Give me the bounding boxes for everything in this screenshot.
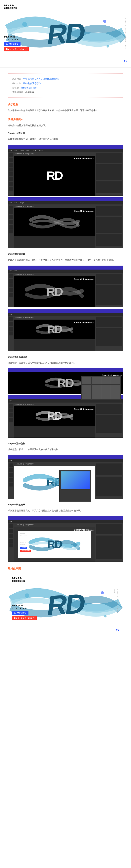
tool-icon[interactable] — [9, 463, 13, 467]
ps-panel[interactable] — [96, 415, 122, 433]
tool-icon[interactable] — [9, 187, 13, 191]
tool-icon[interactable] — [9, 327, 13, 331]
tool-icon[interactable] — [9, 524, 13, 528]
ps-tab[interactable]: untitled-1 @ 50% (RGB/8) — [14, 205, 95, 208]
tool-icon[interactable] — [9, 177, 13, 181]
menu-item[interactable]: File — [9, 520, 12, 523]
ps-tab[interactable]: untitled-1 @ 50% (RGB/8) — [14, 316, 95, 319]
color-picker[interactable] — [59, 470, 91, 502]
tool-icon[interactable] — [9, 418, 13, 422]
ps-layers-panel[interactable] — [96, 164, 122, 180]
ps-canvas[interactable]: RD BEARD CHICKEN DESIGN TUTORIAL & UISDC… — [14, 527, 95, 562]
menu-item[interactable]: Image — [20, 202, 24, 204]
tool-icon[interactable] — [9, 220, 13, 224]
ps-panel[interactable] — [96, 535, 122, 559]
ps-panel[interactable] — [96, 404, 122, 414]
tool-icon[interactable] — [9, 408, 13, 412]
menu-item[interactable]: Edit — [15, 202, 17, 204]
ps-tab[interactable]: untitled-1 @ 50% (RGB/8) — [14, 152, 95, 156]
ps-canvas[interactable]: BeardChicken bilibili — [14, 208, 95, 236]
color-swatch[interactable] — [61, 471, 89, 489]
ps-panel[interactable] — [96, 217, 122, 232]
ps-canvas[interactable]: RD BeardChicken bilibili — [14, 319, 95, 339]
menu-item[interactable]: Select — [38, 149, 43, 152]
ps-canvas[interactable]: RD BeardChicken bilibili — [14, 276, 95, 307]
wm-sub: bilibili — [117, 375, 122, 376]
hero-number: 01 — [124, 59, 127, 63]
tool-icon[interactable] — [9, 288, 13, 292]
menu-item[interactable]: File — [9, 149, 12, 152]
tool-icon[interactable] — [9, 215, 13, 219]
tool-icon[interactable] — [9, 182, 13, 186]
tool-icon[interactable] — [9, 332, 13, 336]
tool-icon[interactable] — [9, 529, 13, 533]
tool-icon[interactable] — [9, 158, 13, 162]
menu-item[interactable]: Edit — [15, 270, 17, 272]
tool-icon[interactable] — [9, 293, 13, 297]
meta-box: 教程作者：牛顿玛格丽（优设大课堂UI&软件讲师） 基础软件：用Ps制作液态字体 … — [8, 73, 123, 98]
ps-tab[interactable]: untitled-1 @ 50% (RGB/8) — [14, 403, 95, 406]
tool-icon[interactable] — [9, 544, 13, 548]
tool-icon[interactable] — [9, 210, 13, 214]
ps-toolbar — [8, 462, 14, 499]
menu-item[interactable]: Edit — [15, 149, 17, 152]
tool-icon[interactable] — [9, 317, 13, 321]
menu-item[interactable]: Layer — [26, 149, 30, 152]
tool-icon[interactable] — [9, 167, 13, 172]
menu-item[interactable]: File — [9, 202, 12, 204]
ps-canvas[interactable]: RD BeardChicken bilibili — [14, 466, 95, 499]
ps-screenshot-2a: FileEdit untitled-1 @ 50% (RGB/8) RD Bea… — [8, 266, 123, 307]
tool-icon[interactable] — [9, 279, 13, 283]
menu-item[interactable]: Type — [33, 149, 36, 152]
tool-icon[interactable] — [9, 473, 13, 477]
ps-canvas[interactable]: RD BeardChicken bilibili — [8, 372, 123, 394]
ps-panel[interactable] — [96, 463, 122, 475]
tool-icon[interactable] — [9, 478, 13, 482]
tool-icon[interactable] — [9, 404, 13, 408]
tool-icon[interactable] — [9, 225, 13, 229]
ps-toolbar — [8, 523, 14, 562]
ps-tab[interactable]: untitled-1 @ 50% (RGB/8) — [14, 523, 95, 527]
ps-panel[interactable] — [96, 206, 122, 216]
menu-item[interactable]: File — [9, 313, 12, 316]
tool-icon[interactable] — [9, 483, 13, 487]
filter-gallery[interactable] — [81, 376, 121, 400]
menu-item[interactable]: File — [9, 459, 12, 462]
ps-tab[interactable]: untitled-1 @ 50% (RGB/8) — [14, 273, 95, 276]
ps-timeline[interactable] — [14, 339, 95, 351]
ps-canvas[interactable]: RD BeardChicken bilibili — [14, 156, 95, 196]
meta-val-link[interactable]: 用Ps制作液态字体 — [23, 82, 41, 85]
menu-item[interactable]: File — [9, 270, 12, 272]
ps-panel[interactable] — [96, 285, 122, 305]
tool-icon[interactable] — [9, 283, 13, 287]
tool-icon[interactable] — [9, 153, 13, 157]
meta-val-link[interactable]: #优设每日作业# — [21, 87, 36, 89]
menu-item[interactable]: Image — [20, 149, 24, 152]
ps-panels — [95, 316, 123, 351]
tool-icon[interactable] — [9, 172, 13, 176]
ps-timeline[interactable] — [14, 426, 95, 438]
tool-icon[interactable] — [9, 539, 13, 543]
tool-icon[interactable] — [9, 322, 13, 326]
ps-panel[interactable] — [96, 234, 122, 246]
menu-item[interactable]: File — [9, 400, 12, 402]
tutorial-label: TUTORIAL — [12, 607, 36, 610]
ps-panel[interactable] — [96, 476, 122, 496]
tool-icon[interactable] — [9, 413, 13, 417]
ps-panel[interactable] — [96, 524, 122, 534]
ps-panel[interactable] — [96, 181, 122, 193]
meta-val-link[interactable]: 牛顿玛格丽（优设大课堂UI&软件讲师） — [23, 78, 62, 80]
ps-panel[interactable] — [96, 317, 122, 327]
ps-panel[interactable] — [96, 328, 122, 346]
ps-canvas[interactable]: RD BeardChicken bilibili — [14, 406, 95, 426]
tool-icon[interactable] — [9, 274, 13, 278]
tool-icon[interactable] — [9, 206, 13, 210]
tool-icon[interactable] — [9, 229, 13, 234]
ps-timeline[interactable] — [14, 236, 95, 248]
tool-icon[interactable] — [9, 163, 13, 167]
ps-panel[interactable] — [96, 274, 122, 284]
ps-tab[interactable]: untitled-1 @ 50% (RGB/8) — [14, 462, 95, 466]
ps-panel[interactable] — [96, 153, 122, 163]
tool-icon[interactable] — [9, 534, 13, 538]
tool-icon[interactable] — [9, 468, 13, 472]
